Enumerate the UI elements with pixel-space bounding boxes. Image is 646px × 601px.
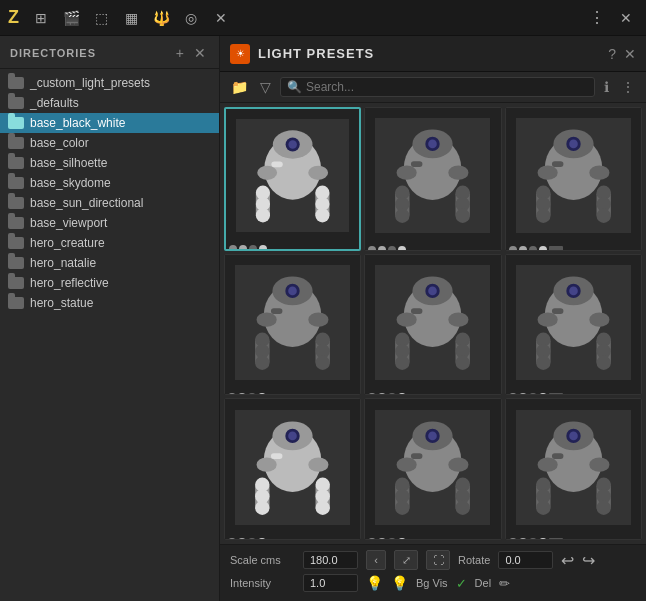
panel-title: LIGHT PRESETS — [258, 46, 600, 61]
svg-point-106 — [316, 500, 330, 514]
preset-thumb-5[interactable]: pure_bigSoftFront — [505, 254, 642, 396]
strip-rect — [549, 246, 563, 250]
sidebar-item-hero-creature[interactable]: hero_creature — [0, 233, 219, 253]
info-icon[interactable]: ℹ — [601, 78, 612, 96]
sidebar-item-base-silhoette[interactable]: base_silhoette — [0, 153, 219, 173]
sidebar-item--defaults[interactable]: _defaults — [0, 93, 219, 113]
dir-label: _defaults — [30, 96, 79, 110]
thumb-strip — [365, 243, 500, 250]
dir-label: base_sun_directional — [30, 196, 143, 210]
dir-label: hero_natalie — [30, 256, 96, 270]
toolbar-render-icon[interactable]: ⬚ — [89, 6, 113, 30]
sidebar-item-hero-reflective[interactable]: hero_reflective — [0, 273, 219, 293]
svg-point-90 — [596, 355, 610, 369]
svg-point-12 — [308, 166, 328, 180]
panel-help-button[interactable]: ? — [608, 46, 616, 62]
svg-point-15 — [288, 140, 296, 148]
thumb-image — [226, 109, 359, 242]
strip-dot — [509, 246, 517, 250]
folder-browse-icon[interactable]: 📁 — [228, 78, 251, 96]
strip-rect — [549, 538, 563, 540]
sidebar-add-icon[interactable]: + — [173, 44, 187, 62]
toolbar-close-icon[interactable]: ✕ — [209, 6, 233, 30]
filter-icon[interactable]: ▽ — [257, 78, 274, 96]
svg-point-63 — [288, 286, 297, 295]
preset-thumb-7[interactable] — [364, 398, 501, 540]
strip-dot — [539, 538, 547, 540]
strip-dot — [388, 393, 396, 395]
sidebar-item--custom-light-presets[interactable]: _custom_light_presets — [0, 73, 219, 93]
light-on-icon[interactable]: 💡 — [391, 575, 408, 591]
strip-dot — [509, 393, 517, 395]
svg-point-44 — [589, 166, 609, 180]
toolbar-camera-icon[interactable]: 🎬 — [59, 6, 83, 30]
sidebar-item-base-viewport[interactable]: base_viewport — [0, 213, 219, 233]
sidebar-item-hero-natalie[interactable]: hero_natalie — [0, 253, 219, 273]
dir-label: _custom_light_presets — [30, 76, 150, 90]
more-icon[interactable]: ⋮ — [618, 78, 638, 96]
thumb-strip — [506, 243, 641, 250]
toolbar-material-icon[interactable]: ◎ — [179, 6, 203, 30]
intensity-input[interactable] — [303, 574, 358, 592]
sidebar: DIRECTORIES + ✕ _custom_light_presets _d… — [0, 36, 220, 601]
toolbar-texture-icon[interactable]: ▦ — [119, 6, 143, 30]
preset-thumb-3[interactable]: pure_beautyKeyRi... — [224, 254, 361, 396]
sidebar-item-hero-statue[interactable]: hero_statue — [0, 293, 219, 313]
preset-thumb-8[interactable] — [505, 398, 642, 540]
edit-pencil-btn[interactable]: ✏ — [499, 576, 510, 591]
folder-icon — [8, 137, 24, 149]
svg-point-140 — [589, 457, 609, 471]
svg-point-59 — [257, 312, 277, 326]
panel-close-button[interactable]: ✕ — [624, 46, 636, 62]
strip-dot — [258, 538, 266, 540]
rotate-redo-btn[interactable]: ↪ — [582, 551, 595, 570]
svg-point-10 — [315, 208, 329, 222]
sidebar-item-base-color[interactable]: base_color — [0, 133, 219, 153]
preset-thumb-1[interactable]: pure_beautyDisks — [364, 107, 501, 251]
strip-dot — [248, 538, 256, 540]
bg-vis-check-icon: ✓ — [456, 576, 467, 591]
toolbar-more-icon[interactable]: ⋮ — [584, 6, 608, 30]
sidebar-header: DIRECTORIES + ✕ — [0, 36, 219, 69]
scale-input[interactable] — [303, 551, 358, 569]
panel-icon: ☀ — [230, 44, 250, 64]
svg-rect-61 — [271, 308, 283, 314]
svg-point-75 — [397, 312, 417, 326]
preset-thumb-4[interactable]: pure_beautySoftB... — [364, 254, 501, 396]
preset-thumb-0[interactable]: assetDefault — [224, 107, 361, 251]
preset-thumb-6[interactable] — [224, 398, 361, 540]
del-label[interactable]: Del — [475, 577, 492, 589]
svg-point-127 — [429, 431, 438, 440]
sidebar-item-base-black-white[interactable]: base_black_white — [0, 113, 219, 133]
sidebar-item-base-skydome[interactable]: base_skydome — [0, 173, 219, 193]
dir-label: hero_statue — [30, 296, 93, 310]
sidebar-close-icon[interactable]: ✕ — [191, 44, 209, 62]
rotate-undo-btn[interactable]: ↩ — [561, 551, 574, 570]
strip-dot — [539, 393, 547, 395]
rotate-input[interactable] — [498, 551, 553, 569]
toolbar-window-close-icon[interactable]: ✕ — [614, 6, 638, 30]
svg-point-43 — [537, 166, 557, 180]
toolbar-light-icon[interactable]: 🔱 — [149, 6, 173, 30]
scale-fit-btn[interactable]: ⤢ — [394, 550, 418, 570]
svg-point-135 — [536, 500, 550, 514]
toolbar-grid-icon[interactable]: ⊞ — [29, 6, 53, 30]
strip-dot — [519, 538, 527, 540]
strip-dot — [258, 393, 266, 395]
thumb-image — [365, 399, 500, 534]
sidebar-item-base-sun-directional[interactable]: base_sun_directional — [0, 193, 219, 213]
svg-point-87 — [536, 355, 550, 369]
thumb-image — [225, 255, 360, 390]
scale-left-btn[interactable]: ‹ — [366, 550, 386, 570]
preset-thumb-2[interactable]: pure_beautyDisks... — [505, 107, 642, 251]
folder-icon — [8, 197, 24, 209]
light-off-icon[interactable]: 💡 — [366, 575, 383, 591]
svg-point-31 — [429, 140, 438, 149]
scale-expand-btn[interactable]: ⛶ — [426, 550, 450, 570]
search-input[interactable] — [306, 80, 588, 94]
sub-toolbar: 📁 ▽ 🔍 ℹ ⋮ — [220, 72, 646, 103]
folder-icon — [8, 297, 24, 309]
dir-label: hero_reflective — [30, 276, 109, 290]
svg-point-139 — [537, 457, 557, 471]
svg-rect-29 — [411, 161, 423, 167]
